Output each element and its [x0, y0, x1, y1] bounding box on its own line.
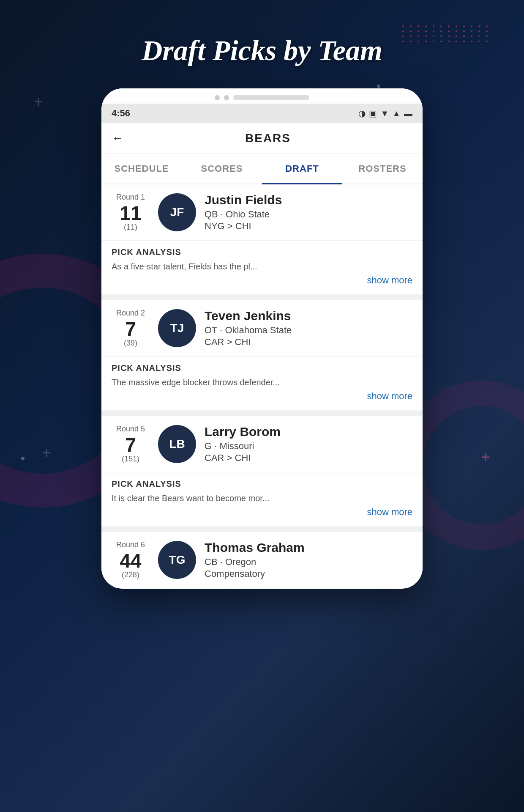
show-more-0[interactable]: show more: [112, 275, 412, 286]
analysis-label-2: PICK ANALYSIS: [112, 479, 412, 489]
signal-icon: ▲: [392, 109, 401, 118]
round-label-1: Round 2: [112, 309, 150, 318]
player-trade-3: Compensatory: [205, 568, 412, 579]
pick-card-2: Round 5 7 (151) LB Larry Borom G · Misso…: [101, 416, 423, 526]
avatar-3: TG: [158, 541, 196, 579]
pick-card-3: Round 6 44 (228) TG Thomas Graham CB · O…: [101, 532, 423, 588]
tab-bar: SCHEDULE SCORES DRAFT ROSTERS: [101, 154, 423, 184]
analysis-section-0: PICK ANALYSIS As a five-star talent, Fie…: [101, 240, 423, 294]
player-trade-2: CAR > CHI: [205, 453, 412, 464]
divider-2: [101, 527, 423, 532]
player-name-3: Thomas Graham: [205, 540, 412, 555]
status-time: 4:56: [112, 108, 130, 119]
player-info-1: Teven Jenkins OT · Oklahoma State CAR > …: [205, 309, 412, 348]
player-name-0: Justin Fields: [205, 193, 412, 207]
pick-card-1: Round 2 7 (39) TJ Teven Jenkins OT · Okl…: [101, 300, 423, 410]
tab-schedule[interactable]: SCHEDULE: [101, 154, 182, 184]
tab-draft[interactable]: DRAFT: [262, 154, 342, 184]
tab-rosters[interactable]: ROSTERS: [342, 154, 423, 184]
pick-card-0: Round 1 11 (11) JF Justin Fields QB · Oh…: [101, 184, 423, 294]
player-name-2: Larry Borom: [205, 425, 412, 439]
avatar-2: LB: [158, 425, 196, 463]
pick-num-2: 7: [112, 435, 150, 455]
app-header: ← BEARS: [101, 123, 423, 154]
pick-number-col-2: Round 5 7 (151): [112, 425, 150, 464]
status-icons: ◑ ▣ ▼ ▲ ▬: [358, 108, 412, 118]
pick-num-0: 11: [112, 203, 150, 223]
round-label-2: Round 5: [112, 425, 150, 433]
player-name-1: Teven Jenkins: [205, 309, 412, 323]
analysis-label-0: PICK ANALYSIS: [112, 247, 412, 257]
pick-num-1: 7: [112, 319, 150, 339]
team-name-header: BEARS: [123, 132, 412, 145]
round-label-0: Round 1: [112, 193, 150, 202]
pick-overall-2: (151): [112, 455, 150, 464]
battery-icon: ▬: [404, 109, 412, 118]
pick-overall-3: (228): [112, 571, 150, 579]
status-bar: 4:56 ◑ ▣ ▼ ▲ ▬: [101, 104, 423, 123]
analysis-section-2: PICK ANALYSIS It is clear the Bears want…: [101, 472, 423, 526]
analysis-text-0: As a five-star talent, Fields has the pl…: [112, 261, 412, 272]
player-info-0: Justin Fields QB · Ohio State NYG > CHI: [205, 193, 412, 232]
theme-icon: ◑: [358, 108, 366, 118]
avatar-1: TJ: [158, 309, 196, 347]
divider-1: [101, 411, 423, 416]
divider-0: [101, 295, 423, 300]
player-trade-1: CAR > CHI: [205, 337, 412, 348]
round-label-3: Round 6: [112, 540, 150, 549]
player-info-3: Thomas Graham CB · Oregon Compensatory: [205, 540, 412, 579]
avatar-0: JF: [158, 193, 196, 231]
player-pos-school-3: CB · Oregon: [205, 557, 412, 568]
pick-number-col-0: Round 1 11 (11): [112, 193, 150, 232]
pick-number-col-3: Round 6 44 (228): [112, 540, 150, 579]
player-info-2: Larry Borom G · Missouri CAR > CHI: [205, 425, 412, 464]
draft-content: Round 1 11 (11) JF Justin Fields QB · Oh…: [101, 184, 423, 588]
analysis-text-2: It is clear the Bears want to become mor…: [112, 492, 412, 504]
pick-overall-1: (39): [112, 339, 150, 348]
phone-speaker: [233, 95, 309, 100]
pick-num-3: 44: [112, 551, 150, 571]
player-pos-school-1: OT · Oklahoma State: [205, 325, 412, 336]
show-more-1[interactable]: show more: [112, 391, 412, 402]
phone-mockup: 4:56 ◑ ▣ ▼ ▲ ▬ ← BEARS SCHEDULE SCORES D…: [101, 88, 423, 589]
show-more-2[interactable]: show more: [112, 507, 412, 518]
page-title: Draft Picks by Team: [0, 0, 524, 88]
phone-dot-2: [224, 95, 229, 100]
player-trade-0: NYG > CHI: [205, 221, 412, 232]
wallet-icon: ▣: [369, 108, 377, 118]
wifi-icon: ▼: [380, 109, 389, 118]
analysis-text-1: The massive edge blocker throws defender…: [112, 376, 412, 388]
player-pos-school-0: QB · Ohio State: [205, 209, 412, 220]
pick-overall-0: (11): [112, 223, 150, 232]
tab-scores[interactable]: SCORES: [182, 154, 262, 184]
player-pos-school-2: G · Missouri: [205, 441, 412, 452]
phone-dot-1: [215, 95, 220, 100]
analysis-section-1: PICK ANALYSIS The massive edge blocker t…: [101, 356, 423, 410]
pick-number-col-1: Round 2 7 (39): [112, 309, 150, 348]
back-button[interactable]: ←: [112, 132, 123, 145]
analysis-label-1: PICK ANALYSIS: [112, 363, 412, 373]
phone-top-bar: [101, 88, 423, 104]
